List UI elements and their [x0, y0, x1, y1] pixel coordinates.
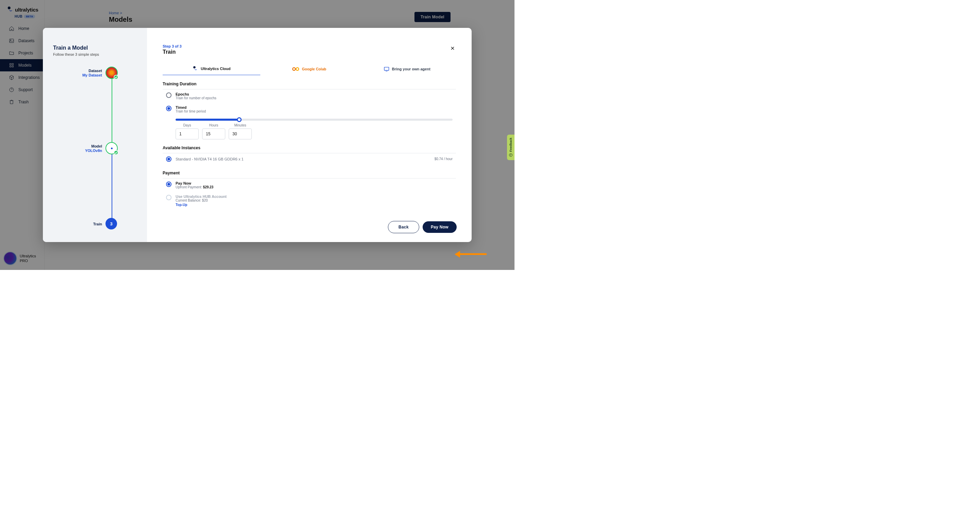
radio-selected-icon	[166, 106, 172, 111]
radio-disabled-icon	[166, 195, 172, 200]
colab-icon	[292, 67, 299, 71]
minutes-input[interactable]	[229, 128, 252, 140]
tab-own-agent[interactable]: Bring your own agent	[358, 63, 456, 75]
back-button[interactable]: Back	[388, 221, 419, 233]
duration-slider[interactable]	[176, 119, 453, 121]
time-inputs: Days Hours Minutes	[176, 124, 456, 140]
step-dataset: DatasetMy Dataset	[68, 67, 118, 79]
topup-link[interactable]: Top-Up	[176, 203, 187, 207]
chat-icon	[509, 153, 513, 157]
days-input[interactable]	[176, 128, 199, 140]
duration-epochs-option[interactable]: EpochsTrain for number of epochs	[163, 89, 456, 103]
slider-thumb[interactable]	[237, 117, 242, 122]
step-model: ModelYOLOv8n	[68, 142, 118, 154]
agent-icon	[384, 67, 389, 71]
hours-input[interactable]	[202, 128, 225, 140]
svg-rect-11	[384, 67, 388, 70]
pay-now-button[interactable]: Pay Now	[423, 221, 457, 233]
modal-title: Train	[163, 49, 456, 55]
payment-paynow-option[interactable]: Pay NowUpfront Payment: $29.23	[163, 178, 456, 192]
radio-icon	[166, 92, 172, 98]
svg-point-8	[193, 66, 196, 69]
svg-point-9	[293, 68, 295, 70]
modal-footer: Back Pay Now	[388, 221, 457, 233]
tab-ultralytics-cloud[interactable]: Ultralytics Cloud	[163, 63, 260, 75]
modal-content: Step 3 of 3 Train Ultralytics Cloud Goog…	[147, 28, 472, 242]
payment-balance-option[interactable]: Use Ultralytics HUB AccountCurrent Balan…	[163, 192, 456, 209]
instance-standard-t4[interactable]: Standard - NVIDIA T4 16 GB GDDR6 x 1 $0.…	[163, 153, 456, 165]
modal-left-title: Train a Model	[53, 45, 137, 51]
modal-stepper-panel: Train a Model Follow these 3 simple step…	[43, 28, 147, 242]
svg-point-12	[509, 154, 512, 157]
feedback-tab[interactable]: Feedback	[507, 135, 514, 160]
close-button[interactable]	[449, 44, 457, 52]
check-icon	[114, 75, 118, 79]
section-instances: Available Instances	[163, 146, 456, 153]
svg-point-10	[296, 68, 299, 70]
close-icon	[450, 46, 455, 51]
radio-selected-icon	[166, 156, 172, 162]
section-training-duration: Training Duration	[163, 82, 456, 89]
check-icon	[114, 150, 118, 155]
radio-selected-icon	[166, 181, 172, 187]
step-indicator: Step 3 of 3	[163, 44, 456, 48]
duration-timed-option[interactable]: TimedTrain for time period	[163, 103, 456, 116]
train-tabs: Ultralytics Cloud Google Colab Bring you…	[163, 63, 456, 76]
annotation-arrow	[460, 253, 487, 255]
cloud-icon	[192, 66, 198, 71]
train-modal: Train a Model Follow these 3 simple step…	[43, 28, 472, 242]
step-train: Train 3	[68, 218, 118, 230]
section-payment: Payment	[163, 171, 456, 178]
tab-google-colab[interactable]: Google Colab	[260, 63, 358, 75]
modal-left-subtitle: Follow these 3 simple steps	[53, 52, 137, 56]
